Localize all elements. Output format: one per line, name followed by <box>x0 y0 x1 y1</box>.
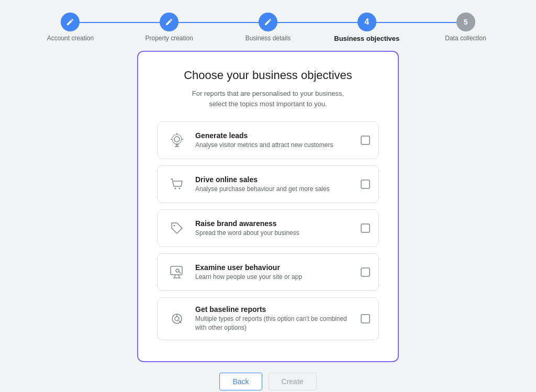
svg-point-10 <box>174 225 175 227</box>
objective-examine-user-behaviour-text: Examine user behaviour Learn how people … <box>195 263 354 282</box>
objective-drive-online-sales[interactable]: Drive online sales Analyse purchase beha… <box>157 165 379 203</box>
objective-raise-brand-awareness-checkbox[interactable] <box>361 223 370 233</box>
create-button[interactable]: Create <box>269 373 317 390</box>
objective-drive-online-sales-desc: Analyse purchase behaviour and get more … <box>195 185 354 194</box>
objective-raise-brand-awareness[interactable]: Raise brand awareness Spread the word ab… <box>157 209 379 247</box>
objective-generate-leads[interactable]: Generate leads Analyse visitor metrics a… <box>157 121 379 159</box>
objective-get-baseline-reports-title: Get baseline reports <box>195 305 354 313</box>
step-circle-account <box>61 13 80 31</box>
svg-point-15 <box>176 269 179 272</box>
objective-drive-online-sales-checkbox[interactable] <box>361 180 370 189</box>
step-property: Property creation <box>120 13 219 42</box>
objectives-card: Choose your business objectives For repo… <box>137 51 399 362</box>
tag-icon <box>166 217 188 239</box>
objective-drive-online-sales-title: Drive online sales <box>195 175 354 184</box>
step-label-property: Property creation <box>146 35 193 42</box>
objective-examine-user-behaviour-checkbox[interactable] <box>361 267 370 277</box>
objective-generate-leads-text: Generate leads Analyse visitor metrics a… <box>195 131 354 150</box>
svg-point-1 <box>172 135 182 144</box>
svg-line-13 <box>178 275 180 278</box>
step-label-business-objectives: Business objectives <box>334 35 399 42</box>
report-icon <box>166 308 188 330</box>
objective-generate-leads-desc: Analyse visitor metrics and attract new … <box>195 141 354 150</box>
step-business-objectives: 4 Business objectives <box>317 13 416 42</box>
objective-examine-user-behaviour[interactable]: Examine user behaviour Learn how people … <box>157 253 379 291</box>
objective-generate-leads-title: Generate leads <box>195 131 354 140</box>
objective-drive-online-sales-text: Drive online sales Analyse purchase beha… <box>195 175 354 194</box>
step-label-data-collection: Data collection <box>445 35 486 42</box>
step-data-collection: 5 Data collection <box>416 13 515 42</box>
step-circle-business-objectives: 4 <box>358 13 376 31</box>
card-title: Choose your business objectives <box>157 69 379 82</box>
objective-raise-brand-awareness-text: Raise brand awareness Spread the word ab… <box>195 219 354 238</box>
svg-point-9 <box>179 188 181 189</box>
step-circle-property <box>160 13 178 31</box>
step-circle-data-collection: 5 <box>456 13 475 31</box>
svg-point-8 <box>175 188 176 189</box>
objective-get-baseline-reports-text: Get baseline reports Multiple types of r… <box>195 305 354 332</box>
monitor-icon <box>166 261 188 283</box>
objective-get-baseline-reports-desc: Multiple types of reports (this option c… <box>195 315 354 332</box>
svg-line-12 <box>174 275 175 278</box>
objective-get-baseline-reports-checkbox[interactable] <box>361 314 370 323</box>
step-label-business-details: Business details <box>245 35 291 42</box>
step-business-details: Business details <box>219 13 318 42</box>
objective-examine-user-behaviour-title: Examine user behaviour <box>195 263 354 272</box>
footer-buttons: Back Create <box>219 373 316 390</box>
step-label-account: Account creation <box>47 35 94 42</box>
objective-raise-brand-awareness-title: Raise brand awareness <box>195 219 354 228</box>
card-subtitle: For reports that are personalised to you… <box>157 88 379 109</box>
svg-point-17 <box>175 317 179 321</box>
objective-examine-user-behaviour-desc: Learn how people use your site or app <box>195 273 354 282</box>
objective-generate-leads-checkbox[interactable] <box>361 136 370 145</box>
step-account: Account creation <box>21 13 120 42</box>
cart-icon <box>166 173 188 195</box>
back-button[interactable]: Back <box>219 373 262 390</box>
objective-get-baseline-reports[interactable]: Get baseline reports Multiple types of r… <box>157 297 379 340</box>
svg-point-0 <box>174 137 180 142</box>
target-icon <box>166 129 188 151</box>
main-content: Choose your business objectives For repo… <box>0 51 536 392</box>
step-circle-business-details <box>259 13 277 31</box>
stepper: Account creation Property creation Busin… <box>0 0 536 51</box>
objective-raise-brand-awareness-desc: Spread the word about your business <box>195 229 354 238</box>
